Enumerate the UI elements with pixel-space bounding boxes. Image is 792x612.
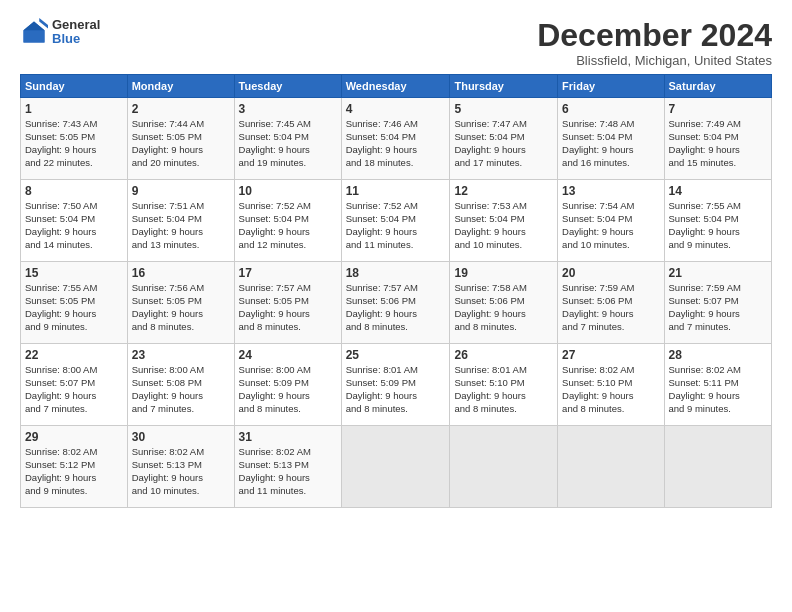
- day-info-line: Sunset: 5:06 PM: [454, 295, 553, 308]
- day-number: 31: [239, 429, 337, 445]
- calendar-cell: 16Sunrise: 7:56 AMSunset: 5:05 PMDayligh…: [127, 262, 234, 344]
- day-info-line: Sunrise: 8:02 AM: [239, 446, 337, 459]
- day-info-line: and 7 minutes.: [562, 321, 659, 334]
- day-number: 13: [562, 183, 659, 199]
- day-info-line: Sunset: 5:09 PM: [239, 377, 337, 390]
- calendar: SundayMondayTuesdayWednesdayThursdayFrid…: [20, 74, 772, 508]
- day-info-line: Daylight: 9 hours: [562, 308, 659, 321]
- calendar-cell: 24Sunrise: 8:00 AMSunset: 5:09 PMDayligh…: [234, 344, 341, 426]
- day-info-line: and 10 minutes.: [454, 239, 553, 252]
- day-info-line: and 8 minutes.: [454, 403, 553, 416]
- day-number: 11: [346, 183, 446, 199]
- day-info-line: Sunrise: 7:51 AM: [132, 200, 230, 213]
- calendar-cell: 21Sunrise: 7:59 AMSunset: 5:07 PMDayligh…: [664, 262, 771, 344]
- day-number: 25: [346, 347, 446, 363]
- day-info-line: Daylight: 9 hours: [25, 308, 123, 321]
- calendar-cell: 27Sunrise: 8:02 AMSunset: 5:10 PMDayligh…: [558, 344, 664, 426]
- calendar-cell: 9Sunrise: 7:51 AMSunset: 5:04 PMDaylight…: [127, 180, 234, 262]
- calendar-cell: 26Sunrise: 8:01 AMSunset: 5:10 PMDayligh…: [450, 344, 558, 426]
- day-info-line: and 17 minutes.: [454, 157, 553, 170]
- day-number: 24: [239, 347, 337, 363]
- weekday-header-friday: Friday: [558, 75, 664, 98]
- day-number: 6: [562, 101, 659, 117]
- day-number: 22: [25, 347, 123, 363]
- weekday-header-saturday: Saturday: [664, 75, 771, 98]
- day-info-line: Daylight: 9 hours: [346, 390, 446, 403]
- day-info-line: Sunset: 5:07 PM: [669, 295, 767, 308]
- logo: General Blue: [20, 18, 100, 47]
- day-info-line: Sunrise: 7:49 AM: [669, 118, 767, 131]
- day-info-line: Sunrise: 7:47 AM: [454, 118, 553, 131]
- day-info-line: Sunrise: 7:58 AM: [454, 282, 553, 295]
- day-info-line: and 7 minutes.: [132, 403, 230, 416]
- day-info-line: Daylight: 9 hours: [25, 390, 123, 403]
- day-info-line: Sunrise: 7:54 AM: [562, 200, 659, 213]
- day-info-line: Daylight: 9 hours: [454, 226, 553, 239]
- calendar-cell: 17Sunrise: 7:57 AMSunset: 5:05 PMDayligh…: [234, 262, 341, 344]
- day-info-line: Daylight: 9 hours: [132, 390, 230, 403]
- day-number: 1: [25, 101, 123, 117]
- calendar-cell: 15Sunrise: 7:55 AMSunset: 5:05 PMDayligh…: [21, 262, 128, 344]
- day-info-line: Daylight: 9 hours: [132, 226, 230, 239]
- title-block: December 2024 Blissfield, Michigan, Unit…: [537, 18, 772, 68]
- svg-rect-2: [24, 31, 45, 43]
- calendar-cell: [450, 426, 558, 508]
- calendar-header: SundayMondayTuesdayWednesdayThursdayFrid…: [21, 75, 772, 98]
- day-info-line: Sunset: 5:13 PM: [132, 459, 230, 472]
- day-info-line: and 19 minutes.: [239, 157, 337, 170]
- day-number: 30: [132, 429, 230, 445]
- calendar-cell: 12Sunrise: 7:53 AMSunset: 5:04 PMDayligh…: [450, 180, 558, 262]
- day-number: 3: [239, 101, 337, 117]
- calendar-cell: [558, 426, 664, 508]
- logo-general-text: General: [52, 18, 100, 32]
- day-info-line: Daylight: 9 hours: [346, 226, 446, 239]
- day-number: 10: [239, 183, 337, 199]
- weekday-header-monday: Monday: [127, 75, 234, 98]
- day-info-line: and 8 minutes.: [562, 403, 659, 416]
- day-info-line: Sunrise: 7:55 AM: [25, 282, 123, 295]
- day-info-line: and 8 minutes.: [239, 321, 337, 334]
- day-number: 21: [669, 265, 767, 281]
- day-info-line: Sunrise: 8:02 AM: [132, 446, 230, 459]
- calendar-cell: 3Sunrise: 7:45 AMSunset: 5:04 PMDaylight…: [234, 98, 341, 180]
- weekday-header-tuesday: Tuesday: [234, 75, 341, 98]
- calendar-row-2: 8Sunrise: 7:50 AMSunset: 5:04 PMDaylight…: [21, 180, 772, 262]
- calendar-cell: 14Sunrise: 7:55 AMSunset: 5:04 PMDayligh…: [664, 180, 771, 262]
- day-info-line: Daylight: 9 hours: [454, 144, 553, 157]
- day-info-line: and 11 minutes.: [346, 239, 446, 252]
- header: General Blue December 2024 Blissfield, M…: [20, 18, 772, 68]
- day-info-line: Daylight: 9 hours: [25, 472, 123, 485]
- day-info-line: Sunset: 5:04 PM: [346, 213, 446, 226]
- day-info-line: and 8 minutes.: [454, 321, 553, 334]
- day-info-line: Sunrise: 7:52 AM: [239, 200, 337, 213]
- day-info-line: Sunrise: 8:02 AM: [562, 364, 659, 377]
- day-info-line: Sunset: 5:05 PM: [25, 131, 123, 144]
- day-number: 12: [454, 183, 553, 199]
- day-info-line: Sunset: 5:04 PM: [669, 131, 767, 144]
- logo-blue-text: Blue: [52, 32, 100, 46]
- day-info-line: Sunrise: 7:52 AM: [346, 200, 446, 213]
- day-info-line: Sunset: 5:04 PM: [346, 131, 446, 144]
- day-info-line: and 13 minutes.: [132, 239, 230, 252]
- day-info-line: Sunrise: 7:57 AM: [346, 282, 446, 295]
- day-info-line: and 8 minutes.: [346, 321, 446, 334]
- day-info-line: and 20 minutes.: [132, 157, 230, 170]
- calendar-cell: 30Sunrise: 8:02 AMSunset: 5:13 PMDayligh…: [127, 426, 234, 508]
- day-info-line: and 11 minutes.: [239, 485, 337, 498]
- day-info-line: Sunrise: 7:46 AM: [346, 118, 446, 131]
- day-info-line: Sunset: 5:12 PM: [25, 459, 123, 472]
- day-info-line: Sunset: 5:06 PM: [346, 295, 446, 308]
- day-info-line: and 7 minutes.: [669, 321, 767, 334]
- day-info-line: Sunrise: 8:02 AM: [25, 446, 123, 459]
- calendar-row-1: 1Sunrise: 7:43 AMSunset: 5:05 PMDaylight…: [21, 98, 772, 180]
- day-number: 23: [132, 347, 230, 363]
- calendar-cell: 6Sunrise: 7:48 AMSunset: 5:04 PMDaylight…: [558, 98, 664, 180]
- day-info-line: Sunset: 5:04 PM: [239, 213, 337, 226]
- day-info-line: Sunset: 5:11 PM: [669, 377, 767, 390]
- calendar-row-4: 22Sunrise: 8:00 AMSunset: 5:07 PMDayligh…: [21, 344, 772, 426]
- day-info-line: Daylight: 9 hours: [562, 226, 659, 239]
- calendar-cell: 19Sunrise: 7:58 AMSunset: 5:06 PMDayligh…: [450, 262, 558, 344]
- calendar-cell: 5Sunrise: 7:47 AMSunset: 5:04 PMDaylight…: [450, 98, 558, 180]
- day-info-line: Sunset: 5:10 PM: [454, 377, 553, 390]
- day-number: 27: [562, 347, 659, 363]
